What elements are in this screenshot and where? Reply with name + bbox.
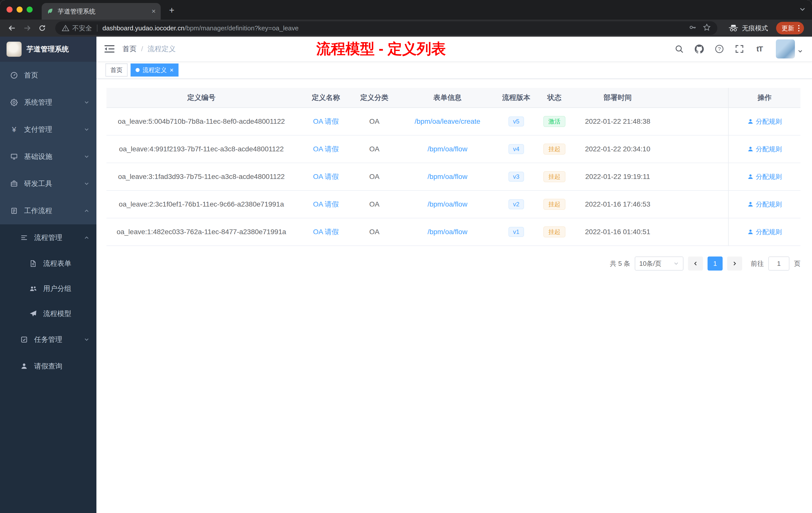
workflow-icon bbox=[10, 207, 18, 215]
page-annotation: 流程模型 - 定义列表 bbox=[316, 39, 446, 59]
sidebar-item-label: 用户分组 bbox=[43, 284, 71, 293]
update-button[interactable]: 更新 bbox=[776, 22, 804, 34]
browser-menu-icon[interactable] bbox=[798, 25, 800, 31]
browser-tab[interactable]: 芋道管理系统 × bbox=[42, 3, 161, 20]
definition-category: OA bbox=[355, 108, 393, 135]
github-icon[interactable] bbox=[695, 44, 704, 54]
person-icon bbox=[747, 174, 754, 180]
status-badge: 挂起 bbox=[543, 171, 566, 182]
deploy-time: 2022-01-22 19:19:11 bbox=[578, 163, 657, 190]
definitions-table: 定义编号定义名称定义分类表单信息流程版本状态部署时间操作 oa_leave:5:… bbox=[107, 88, 801, 246]
next-page-button[interactable] bbox=[727, 256, 742, 271]
tag-label: 首页 bbox=[111, 66, 122, 74]
sidebar-menu-sub: 流程管理流程表单用户分组流程模型任务管理请假查询 bbox=[0, 224, 96, 513]
form-info-link[interactable]: /bpm/oa/flow bbox=[428, 145, 467, 153]
reload-button[interactable] bbox=[36, 22, 48, 34]
column-header: 表单信息 bbox=[393, 88, 502, 108]
tag-1[interactable]: 流程定义× bbox=[130, 63, 178, 77]
definition-name-link[interactable]: OA 请假 bbox=[313, 172, 339, 181]
page-number-1[interactable]: 1 bbox=[707, 256, 723, 271]
security-label[interactable]: 不安全 bbox=[72, 24, 92, 33]
sidebar-item-user-group[interactable]: 用户分组 bbox=[0, 276, 96, 301]
definition-category: OA bbox=[355, 163, 393, 190]
incognito-indicator: 无痕模式 bbox=[728, 24, 768, 33]
sidebar-item-label: 工作流程 bbox=[24, 206, 52, 216]
font-size-icon[interactable]: tT bbox=[755, 44, 764, 54]
bookmark-star-icon[interactable] bbox=[703, 23, 711, 33]
status-badge: 挂起 bbox=[543, 199, 566, 210]
sidebar-item-process-manage[interactable]: 流程管理 bbox=[0, 224, 96, 251]
definition-name-link[interactable]: OA 请假 bbox=[313, 144, 339, 154]
url-path: /bpm/manager/definition?key=oa_leave bbox=[184, 24, 299, 32]
definition-name-link[interactable]: OA 请假 bbox=[313, 200, 339, 209]
help-icon[interactable]: ? bbox=[715, 44, 724, 54]
incognito-label: 无痕模式 bbox=[742, 24, 768, 33]
url-divider bbox=[97, 25, 97, 32]
tab-search-chevron-icon[interactable] bbox=[799, 5, 806, 15]
column-header: 操作 bbox=[728, 88, 801, 108]
form-icon bbox=[29, 260, 37, 268]
fullscreen-icon[interactable] bbox=[735, 44, 744, 54]
chevron-down-icon bbox=[84, 181, 89, 186]
back-button[interactable] bbox=[6, 22, 18, 34]
search-icon[interactable] bbox=[674, 44, 684, 54]
sidebar-item-label: 流程表单 bbox=[43, 259, 71, 268]
sidebar-item-devtools[interactable]: 研发工具 bbox=[0, 170, 96, 197]
tab-title: 芋道管理系统 bbox=[58, 7, 148, 16]
breadcrumb-home[interactable]: 首页 bbox=[122, 44, 137, 54]
definition-name-link[interactable]: OA 请假 bbox=[313, 117, 339, 126]
sidebar-menu-top: 首页系统管理¥支付管理基础设施研发工具工作流程 bbox=[0, 62, 96, 224]
collapse-sidebar-icon[interactable] bbox=[105, 44, 115, 54]
assign-rule-link[interactable]: 分配规则 bbox=[747, 228, 782, 236]
sidebar-item-label: 任务管理 bbox=[34, 335, 62, 344]
sidebar-item-process-form[interactable]: 流程表单 bbox=[0, 251, 96, 276]
form-info-link[interactable]: /bpm/oa/flow bbox=[428, 228, 467, 236]
sidebar-item-workflow[interactable]: 工作流程 bbox=[0, 197, 96, 224]
assign-rule-link[interactable]: 分配规则 bbox=[747, 145, 782, 154]
assign-rule-link[interactable]: 分配规则 bbox=[747, 200, 782, 209]
close-window-button[interactable] bbox=[6, 6, 12, 12]
breadcrumb-separator: / bbox=[141, 45, 143, 53]
minimize-window-button[interactable] bbox=[17, 6, 23, 12]
person-icon bbox=[747, 118, 754, 125]
sidebar-item-infrastructure[interactable]: 基础设施 bbox=[0, 143, 96, 170]
form-info-link[interactable]: /bpm/oa/flow bbox=[428, 200, 467, 208]
status-badge: 激活 bbox=[543, 116, 566, 127]
deploy-time: 2022-01-16 01:40:51 bbox=[578, 218, 657, 245]
user-menu[interactable] bbox=[776, 39, 803, 58]
sidebar-item-system[interactable]: 系统管理 bbox=[0, 89, 96, 116]
assign-rule-link[interactable]: 分配规则 bbox=[747, 173, 782, 181]
forward-button[interactable] bbox=[21, 22, 33, 34]
sidebar-item-label: 首页 bbox=[24, 70, 38, 80]
sidebar-item-payment[interactable]: ¥支付管理 bbox=[0, 116, 96, 143]
chevron-up-icon bbox=[84, 208, 89, 214]
goto-page-input[interactable] bbox=[768, 256, 789, 271]
column-header: 流程版本 bbox=[502, 88, 531, 108]
prev-page-button[interactable] bbox=[688, 256, 703, 271]
password-key-icon[interactable] bbox=[689, 23, 697, 33]
definition-category: OA bbox=[355, 135, 393, 163]
url-bar[interactable]: 不安全 dashboard.yudao.iocoder.cn /bpm/mana… bbox=[55, 21, 717, 35]
column-header: 定义编号 bbox=[107, 88, 296, 108]
form-info-link[interactable]: /bpm/oa/leave/create bbox=[414, 117, 480, 125]
sidebar-item-task-manage[interactable]: 任务管理 bbox=[0, 326, 96, 353]
tag-0[interactable]: 首页 bbox=[106, 63, 127, 77]
infrastructure-icon bbox=[10, 153, 18, 161]
definition-id: oa_leave:4:991f2193-7b7f-11ec-a3c8-acde4… bbox=[107, 135, 296, 163]
form-info-link[interactable]: /bpm/oa/flow bbox=[428, 173, 467, 181]
tab-close-icon[interactable]: × bbox=[152, 8, 156, 15]
page-size-select[interactable]: 10条/页 bbox=[635, 256, 684, 271]
definition-id: oa_leave:2:3c1f0ef1-76b1-11ec-9c66-a2380… bbox=[107, 191, 296, 218]
sidebar-item-leave-query[interactable]: 请假查询 bbox=[0, 353, 96, 380]
sidebar: 芋道管理系统 首页系统管理¥支付管理基础设施研发工具工作流程 流程管理流程表单用… bbox=[0, 37, 96, 513]
tag-close-icon[interactable]: × bbox=[170, 67, 174, 73]
sidebar-item-home[interactable]: 首页 bbox=[0, 62, 96, 89]
sidebar-item-process-model[interactable]: 流程模型 bbox=[0, 301, 96, 326]
app-logo[interactable]: 芋道管理系统 bbox=[0, 37, 96, 62]
definition-name-link[interactable]: OA 请假 bbox=[313, 227, 339, 237]
breadcrumb-current: 流程定义 bbox=[148, 44, 176, 54]
maximize-window-button[interactable] bbox=[27, 6, 33, 12]
table-row: oa_leave:2:3c1f0ef1-76b1-11ec-9c66-a2380… bbox=[107, 191, 801, 218]
assign-rule-link[interactable]: 分配规则 bbox=[747, 117, 782, 126]
new-tab-button[interactable]: + bbox=[166, 5, 178, 16]
